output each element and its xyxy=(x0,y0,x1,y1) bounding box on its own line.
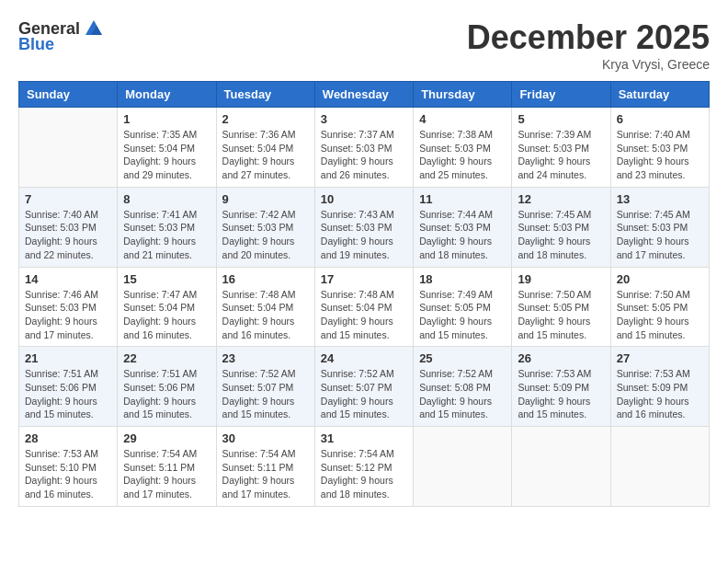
day-info: Sunrise: 7:44 AMSunset: 5:03 PMDaylight:… xyxy=(419,208,506,262)
calendar-cell: 26Sunrise: 7:53 AMSunset: 5:09 PMDayligh… xyxy=(512,347,610,427)
calendar-cell: 6Sunrise: 7:40 AMSunset: 5:03 PMDaylight… xyxy=(610,108,709,188)
day-info: Sunrise: 7:52 AMSunset: 5:07 PMDaylight:… xyxy=(222,367,309,421)
calendar-header-wednesday: Wednesday xyxy=(314,82,413,108)
day-number: 13 xyxy=(617,192,703,206)
day-info: Sunrise: 7:54 AMSunset: 5:11 PMDaylight:… xyxy=(222,447,309,501)
day-info: Sunrise: 7:52 AMSunset: 5:07 PMDaylight:… xyxy=(321,367,407,421)
day-number: 11 xyxy=(419,192,506,206)
day-number: 19 xyxy=(518,272,604,286)
calendar-cell: 14Sunrise: 7:46 AMSunset: 5:03 PMDayligh… xyxy=(19,267,118,347)
day-info: Sunrise: 7:37 AMSunset: 5:03 PMDaylight:… xyxy=(321,128,407,182)
logo: General Blue xyxy=(18,18,106,54)
day-info: Sunrise: 7:48 AMSunset: 5:04 PMDaylight:… xyxy=(321,288,407,342)
day-number: 4 xyxy=(419,112,506,126)
day-info: Sunrise: 7:46 AMSunset: 5:03 PMDaylight:… xyxy=(25,288,111,342)
calendar-cell: 9Sunrise: 7:42 AMSunset: 5:03 PMDaylight… xyxy=(216,187,314,267)
calendar-table: SundayMondayTuesdayWednesdayThursdayFrid… xyxy=(18,81,710,507)
day-info: Sunrise: 7:54 AMSunset: 5:12 PMDaylight:… xyxy=(321,447,407,501)
day-number: 15 xyxy=(123,272,210,286)
day-info: Sunrise: 7:49 AMSunset: 5:05 PMDaylight:… xyxy=(419,288,506,342)
day-info: Sunrise: 7:47 AMSunset: 5:04 PMDaylight:… xyxy=(123,288,210,342)
month-title: December 2025 xyxy=(467,18,710,57)
day-info: Sunrise: 7:35 AMSunset: 5:04 PMDaylight:… xyxy=(123,128,210,182)
calendar-cell xyxy=(414,427,512,507)
calendar-cell: 19Sunrise: 7:50 AMSunset: 5:05 PMDayligh… xyxy=(512,267,610,347)
day-number: 18 xyxy=(419,272,506,286)
calendar-cell: 16Sunrise: 7:48 AMSunset: 5:04 PMDayligh… xyxy=(216,267,314,347)
calendar-cell: 24Sunrise: 7:52 AMSunset: 5:07 PMDayligh… xyxy=(314,347,413,427)
calendar-cell xyxy=(610,427,709,507)
day-number: 20 xyxy=(617,272,703,286)
calendar-cell: 18Sunrise: 7:49 AMSunset: 5:05 PMDayligh… xyxy=(414,267,512,347)
calendar-cell: 30Sunrise: 7:54 AMSunset: 5:11 PMDayligh… xyxy=(216,427,314,507)
day-number: 10 xyxy=(321,192,407,206)
day-info: Sunrise: 7:41 AMSunset: 5:03 PMDaylight:… xyxy=(123,208,210,262)
day-number: 22 xyxy=(123,351,210,365)
calendar-cell: 4Sunrise: 7:38 AMSunset: 5:03 PMDaylight… xyxy=(414,108,512,188)
calendar-header-monday: Monday xyxy=(118,82,216,108)
calendar-week-1: 1Sunrise: 7:35 AMSunset: 5:04 PMDaylight… xyxy=(19,108,710,188)
calendar-cell: 15Sunrise: 7:47 AMSunset: 5:04 PMDayligh… xyxy=(118,267,216,347)
day-number: 6 xyxy=(617,112,703,126)
calendar-cell: 27Sunrise: 7:53 AMSunset: 5:09 PMDayligh… xyxy=(610,347,709,427)
calendar-cell: 3Sunrise: 7:37 AMSunset: 5:03 PMDaylight… xyxy=(314,108,413,188)
calendar-cell: 17Sunrise: 7:48 AMSunset: 5:04 PMDayligh… xyxy=(314,267,413,347)
calendar-cell: 28Sunrise: 7:53 AMSunset: 5:10 PMDayligh… xyxy=(19,427,118,507)
day-number: 16 xyxy=(222,272,309,286)
day-info: Sunrise: 7:50 AMSunset: 5:05 PMDaylight:… xyxy=(617,288,703,342)
day-number: 21 xyxy=(25,351,111,365)
day-info: Sunrise: 7:52 AMSunset: 5:08 PMDaylight:… xyxy=(419,367,506,421)
calendar-cell: 25Sunrise: 7:52 AMSunset: 5:08 PMDayligh… xyxy=(414,347,512,427)
calendar-cell: 21Sunrise: 7:51 AMSunset: 5:06 PMDayligh… xyxy=(19,347,118,427)
day-number: 25 xyxy=(419,351,506,365)
calendar-week-3: 14Sunrise: 7:46 AMSunset: 5:03 PMDayligh… xyxy=(19,267,710,347)
day-info: Sunrise: 7:50 AMSunset: 5:05 PMDaylight:… xyxy=(518,288,604,342)
day-number: 2 xyxy=(222,112,309,126)
calendar-cell: 20Sunrise: 7:50 AMSunset: 5:05 PMDayligh… xyxy=(610,267,709,347)
day-number: 23 xyxy=(222,351,309,365)
day-info: Sunrise: 7:45 AMSunset: 5:03 PMDaylight:… xyxy=(518,208,604,262)
day-info: Sunrise: 7:43 AMSunset: 5:03 PMDaylight:… xyxy=(321,208,407,262)
logo-icon xyxy=(84,18,104,39)
calendar-cell xyxy=(19,108,118,188)
day-number: 30 xyxy=(222,431,309,445)
location: Krya Vrysi, Greece xyxy=(467,57,710,72)
day-number: 8 xyxy=(123,192,210,206)
day-info: Sunrise: 7:40 AMSunset: 5:03 PMDaylight:… xyxy=(25,208,111,262)
calendar-cell: 7Sunrise: 7:40 AMSunset: 5:03 PMDaylight… xyxy=(19,187,118,267)
calendar-week-5: 28Sunrise: 7:53 AMSunset: 5:10 PMDayligh… xyxy=(19,427,710,507)
day-number: 1 xyxy=(123,112,210,126)
calendar-header-thursday: Thursday xyxy=(414,82,512,108)
day-info: Sunrise: 7:53 AMSunset: 5:09 PMDaylight:… xyxy=(518,367,604,421)
page-header: General Blue December 2025 Krya Vrysi, G… xyxy=(18,18,710,72)
calendar-week-4: 21Sunrise: 7:51 AMSunset: 5:06 PMDayligh… xyxy=(19,347,710,427)
day-number: 28 xyxy=(25,431,111,445)
calendar-header-friday: Friday xyxy=(512,82,610,108)
day-info: Sunrise: 7:51 AMSunset: 5:06 PMDaylight:… xyxy=(123,367,210,421)
day-info: Sunrise: 7:38 AMSunset: 5:03 PMDaylight:… xyxy=(419,128,506,182)
day-number: 17 xyxy=(321,272,407,286)
day-info: Sunrise: 7:53 AMSunset: 5:10 PMDaylight:… xyxy=(25,447,111,501)
calendar-cell: 1Sunrise: 7:35 AMSunset: 5:04 PMDaylight… xyxy=(118,108,216,188)
day-number: 27 xyxy=(617,351,703,365)
day-info: Sunrise: 7:53 AMSunset: 5:09 PMDaylight:… xyxy=(617,367,703,421)
calendar-cell: 22Sunrise: 7:51 AMSunset: 5:06 PMDayligh… xyxy=(118,347,216,427)
day-number: 5 xyxy=(518,112,604,126)
day-info: Sunrise: 7:45 AMSunset: 5:03 PMDaylight:… xyxy=(617,208,703,262)
calendar-cell: 2Sunrise: 7:36 AMSunset: 5:04 PMDaylight… xyxy=(216,108,314,188)
calendar-cell: 29Sunrise: 7:54 AMSunset: 5:11 PMDayligh… xyxy=(118,427,216,507)
calendar-cell: 13Sunrise: 7:45 AMSunset: 5:03 PMDayligh… xyxy=(610,187,709,267)
day-number: 12 xyxy=(518,192,604,206)
day-info: Sunrise: 7:36 AMSunset: 5:04 PMDaylight:… xyxy=(222,128,309,182)
day-info: Sunrise: 7:51 AMSunset: 5:06 PMDaylight:… xyxy=(25,367,111,421)
calendar-cell: 10Sunrise: 7:43 AMSunset: 5:03 PMDayligh… xyxy=(314,187,413,267)
calendar-cell: 23Sunrise: 7:52 AMSunset: 5:07 PMDayligh… xyxy=(216,347,314,427)
day-number: 31 xyxy=(321,431,407,445)
day-info: Sunrise: 7:48 AMSunset: 5:04 PMDaylight:… xyxy=(222,288,309,342)
day-info: Sunrise: 7:54 AMSunset: 5:11 PMDaylight:… xyxy=(123,447,210,501)
calendar-cell: 11Sunrise: 7:44 AMSunset: 5:03 PMDayligh… xyxy=(414,187,512,267)
title-section: December 2025 Krya Vrysi, Greece xyxy=(467,18,710,72)
calendar-week-2: 7Sunrise: 7:40 AMSunset: 5:03 PMDaylight… xyxy=(19,187,710,267)
day-info: Sunrise: 7:42 AMSunset: 5:03 PMDaylight:… xyxy=(222,208,309,262)
day-number: 14 xyxy=(25,272,111,286)
